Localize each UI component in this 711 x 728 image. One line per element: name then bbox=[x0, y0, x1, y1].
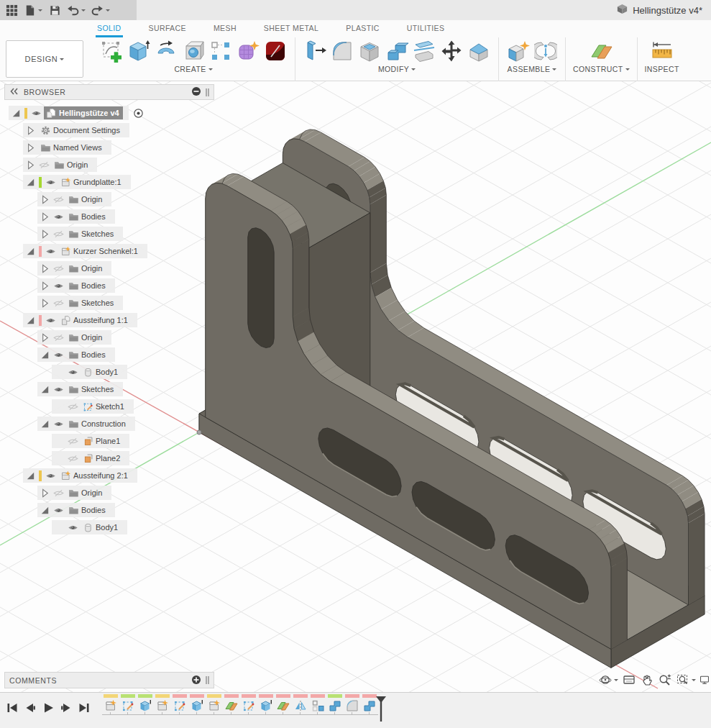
timeline-feature-mirror[interactable] bbox=[292, 694, 309, 712]
browser-row-grundplatte-1[interactable]: Grundplatte:1 bbox=[4, 173, 214, 191]
measure-icon[interactable] bbox=[650, 39, 674, 63]
timeline-feature-sketch[interactable] bbox=[240, 694, 257, 712]
tree-item[interactable]: Bodies bbox=[66, 210, 109, 223]
visibility-eye-icon[interactable] bbox=[52, 194, 64, 205]
tree-item[interactable]: Plane2 bbox=[81, 452, 124, 465]
timeline-feature-plane[interactable] bbox=[223, 694, 240, 712]
tab-utilities[interactable]: UTILITIES bbox=[405, 20, 446, 37]
move-icon[interactable] bbox=[439, 39, 464, 63]
browser-row-construction[interactable]: Construction bbox=[4, 415, 214, 432]
pattern-icon[interactable] bbox=[208, 39, 233, 63]
browser-row-body1[interactable]: Body1 bbox=[4, 519, 214, 536]
expand-arrow-icon[interactable] bbox=[39, 211, 50, 222]
chamfer-icon[interactable] bbox=[467, 39, 491, 63]
timeline-feature-extrude[interactable] bbox=[137, 694, 154, 712]
browser-row-body1[interactable]: Body1 bbox=[4, 363, 214, 381]
redo-icon[interactable] bbox=[91, 3, 111, 17]
comments-bar[interactable]: COMMENTS bbox=[4, 672, 214, 688]
zoom-icon[interactable] bbox=[658, 673, 672, 687]
file-new-icon[interactable] bbox=[23, 3, 43, 17]
tree-item[interactable]: Origin bbox=[66, 331, 106, 344]
tree-item[interactable]: Origin bbox=[66, 486, 106, 499]
timeline-feature-sketch[interactable] bbox=[119, 694, 137, 712]
browser-row-bodies[interactable]: Bodies bbox=[4, 208, 214, 225]
visibility-eye-icon[interactable] bbox=[38, 159, 50, 170]
tree-item[interactable]: Hellingstütze v4 bbox=[44, 106, 123, 119]
timeline-feature-extrude[interactable] bbox=[188, 694, 206, 712]
tree-item[interactable]: Origin bbox=[52, 158, 91, 171]
step-back-icon[interactable] bbox=[24, 701, 37, 714]
browser-row-bodies[interactable]: Bodies bbox=[4, 277, 214, 294]
visibility-eye-icon[interactable] bbox=[67, 522, 78, 533]
collapse-panel-icon[interactable] bbox=[9, 86, 19, 98]
form-icon[interactable] bbox=[236, 39, 260, 63]
combine-icon[interactable] bbox=[385, 39, 409, 63]
new-component-icon[interactable] bbox=[506, 39, 531, 63]
tree-item[interactable]: Construction bbox=[66, 417, 129, 430]
base-feature-icon[interactable] bbox=[263, 39, 288, 63]
browser-row-origin[interactable]: Origin bbox=[4, 484, 214, 501]
split-body-icon[interactable] bbox=[412, 39, 436, 63]
collapse-arrow-icon[interactable] bbox=[24, 245, 36, 257]
expand-arrow-icon[interactable] bbox=[24, 124, 36, 136]
tree-item[interactable]: Body1 bbox=[81, 521, 121, 534]
timeline-feature-component[interactable] bbox=[102, 694, 119, 712]
collapse-arrow-icon[interactable] bbox=[39, 349, 50, 360]
tab-sheet-metal[interactable]: SHEET METAL bbox=[262, 20, 320, 37]
expand-arrow-icon[interactable] bbox=[39, 263, 50, 274]
display-settings-icon[interactable] bbox=[699, 673, 710, 687]
visibility-eye-icon[interactable] bbox=[30, 107, 42, 119]
workspace-selector[interactable]: DESIGN bbox=[6, 40, 83, 78]
browser-row-document-settings[interactable]: Document Settings bbox=[4, 122, 214, 139]
collapse-arrow-icon[interactable] bbox=[24, 470, 36, 481]
browser-row-origin[interactable]: Origin bbox=[4, 260, 214, 277]
browser-row-origin[interactable]: Origin bbox=[4, 191, 214, 208]
browser-row-origin[interactable]: Origin bbox=[4, 329, 214, 346]
timeline-feature-plane[interactable] bbox=[275, 694, 292, 712]
tab-plastic[interactable]: PLASTIC bbox=[344, 20, 381, 37]
skip-end-icon[interactable] bbox=[78, 701, 91, 714]
timeline-feature-pattern[interactable] bbox=[309, 694, 326, 712]
tab-mesh[interactable]: MESH bbox=[212, 20, 238, 37]
browser-row-sketch1[interactable]: Sketch1 bbox=[4, 398, 214, 415]
browser-row-kurzer-schenkel-1[interactable]: Kurzer Schenkel:1 bbox=[4, 242, 214, 260]
visibility-eye-icon[interactable] bbox=[67, 401, 78, 412]
visibility-eye-icon[interactable] bbox=[67, 452, 78, 464]
panel-grip[interactable] bbox=[206, 88, 207, 96]
fit-icon[interactable] bbox=[676, 673, 696, 687]
tree-item[interactable]: Kurzer Schenkel:1 bbox=[58, 245, 142, 258]
collapse-arrow-icon[interactable] bbox=[10, 107, 22, 119]
tree-item[interactable]: Document Settings bbox=[38, 124, 124, 137]
timeline-feature-combine[interactable] bbox=[326, 694, 344, 712]
group-label-construct[interactable]: CONSTRUCT bbox=[573, 65, 630, 73]
tree-item[interactable]: Aussteifung 2:1 bbox=[58, 469, 132, 482]
tree-item[interactable]: Named Views bbox=[38, 141, 106, 154]
collapse-arrow-icon[interactable] bbox=[24, 314, 36, 326]
expand-arrow-icon[interactable] bbox=[39, 487, 50, 499]
visibility-eye-icon[interactable] bbox=[52, 263, 64, 274]
group-label-modify[interactable]: MODIFY bbox=[378, 65, 416, 73]
group-label-inspect[interactable]: INSPECT bbox=[645, 65, 679, 73]
browser-row-plane2[interactable]: Plane2 bbox=[4, 450, 214, 467]
expand-arrow-icon[interactable] bbox=[24, 142, 36, 153]
visibility-eye-icon[interactable] bbox=[45, 314, 56, 326]
tree-item[interactable]: Bodies bbox=[66, 504, 109, 517]
visibility-eye-icon[interactable] bbox=[45, 245, 56, 257]
visibility-eye-icon[interactable] bbox=[52, 228, 64, 240]
tree-item[interactable]: Sketches bbox=[66, 227, 117, 240]
tree-item[interactable]: Sketch1 bbox=[81, 400, 128, 413]
tree-item[interactable]: Sketches bbox=[66, 383, 117, 396]
step-forward-icon[interactable] bbox=[60, 701, 73, 714]
expand-arrow-icon[interactable] bbox=[24, 159, 36, 170]
minus-circle-icon[interactable] bbox=[191, 86, 201, 98]
collapse-arrow-icon[interactable] bbox=[39, 383, 50, 395]
group-label-assemble[interactable]: ASSEMBLE bbox=[508, 65, 557, 73]
shell-icon[interactable] bbox=[357, 39, 382, 63]
timeline-marker[interactable] bbox=[375, 696, 387, 724]
pan-icon[interactable] bbox=[640, 673, 654, 687]
group-label-create[interactable]: CREATE bbox=[174, 65, 212, 73]
tree-item[interactable]: Plane1 bbox=[81, 434, 124, 447]
tree-item[interactable]: Grundplatte:1 bbox=[58, 176, 125, 188]
visibility-eye-icon[interactable] bbox=[52, 211, 64, 222]
tree-item[interactable]: Origin bbox=[66, 193, 106, 206]
